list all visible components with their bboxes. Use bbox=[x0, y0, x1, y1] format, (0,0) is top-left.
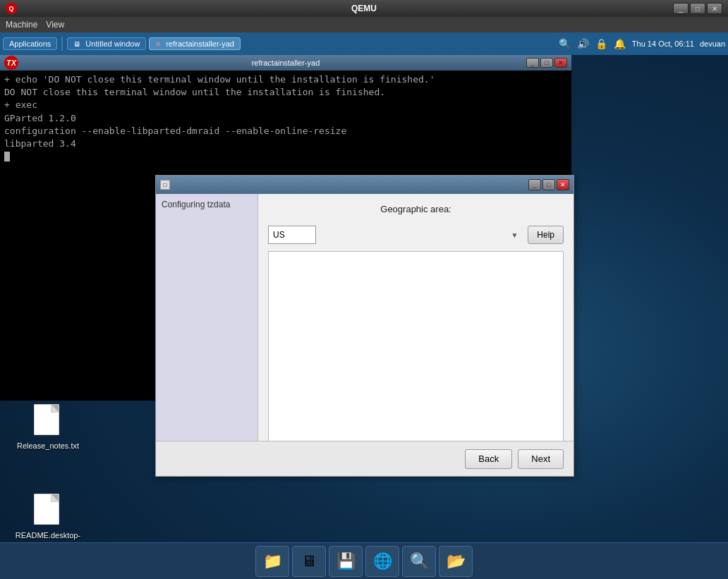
dialog-close-button[interactable]: ✕ bbox=[557, 179, 569, 190]
terminal-line-4: GParted 1.2.0 bbox=[4, 112, 567, 125]
dialog-window-controls: _ □ ✕ bbox=[528, 179, 569, 190]
terminal-window-controls: _ □ ✕ bbox=[526, 58, 567, 68]
menu-machine[interactable]: Machine bbox=[6, 20, 37, 30]
bottom-terminal-button[interactable]: 🖥 bbox=[292, 546, 326, 577]
dropdown-row: US Africa America Antarctica Arctic Asia… bbox=[268, 226, 564, 244]
taskbar-window-installer[interactable]: ✕ refractainstaller-yad bbox=[149, 37, 241, 50]
taskbar-window-label-2: refractainstaller-yad bbox=[166, 39, 234, 48]
dialog-titlebar: □ _ □ ✕ bbox=[156, 176, 574, 194]
qemu-titlebar-left: Q bbox=[6, 3, 17, 14]
next-button[interactable]: Next bbox=[518, 449, 564, 469]
terminal-close-button[interactable]: ✕ bbox=[554, 58, 567, 68]
applications-button[interactable]: Applications bbox=[3, 37, 57, 50]
menu-view[interactable]: View bbox=[46, 20, 64, 30]
qemu-titlebar: Q QEMU _ □ ✕ bbox=[0, 0, 728, 17]
search-app-icon: 🔍 bbox=[410, 552, 429, 571]
terminal-minimize-button[interactable]: _ bbox=[526, 58, 539, 68]
taskbar-separator bbox=[61, 37, 63, 51]
storage-icon: 💾 bbox=[336, 552, 356, 571]
bottom-storage-button[interactable]: 💾 bbox=[329, 546, 363, 577]
terminal-title: refractainstaller-yad bbox=[252, 59, 320, 67]
terminal-line-7 bbox=[4, 150, 567, 163]
dialog-content-area bbox=[268, 251, 564, 466]
geographic-area-select[interactable]: US Africa America Antarctica Arctic Asia… bbox=[268, 226, 316, 244]
terminal-app-icon: TX bbox=[4, 56, 18, 70]
notification-icon[interactable]: 🔔 bbox=[614, 37, 626, 50]
search-icon[interactable]: 🔍 bbox=[559, 37, 571, 50]
dialog-body: Configuring tzdata Geographic area: US A… bbox=[156, 194, 574, 476]
bottom-taskbar: 📁 🖥 💾 🌐 🔍 📂 bbox=[0, 542, 728, 579]
file-manager-icon: 📁 bbox=[263, 552, 282, 571]
close-button[interactable]: ✕ bbox=[707, 3, 722, 14]
folder-icon: 📂 bbox=[447, 552, 466, 571]
clock: Thu 14 Oct, 06:11 bbox=[632, 39, 694, 48]
applications-label: Applications bbox=[9, 39, 51, 48]
terminal-line-3: + exec bbox=[4, 99, 567, 111]
taskbar-right: 🔍 🔊 🔒 🔔 Thu 14 Oct, 06:11 devuan bbox=[559, 37, 725, 50]
bottom-file-manager-button[interactable]: 📁 bbox=[255, 546, 289, 577]
release-notes-icon bbox=[34, 404, 62, 438]
taskbar-window-label-1: Untitled window bbox=[85, 39, 140, 48]
bottom-search-button[interactable]: 🔍 bbox=[402, 546, 436, 577]
terminal-line-2: DO NOT close this terminal window until … bbox=[4, 86, 567, 99]
dialog-sidebar-label: Configuring tzdata bbox=[162, 200, 230, 209]
dialog-maximize-button[interactable]: □ bbox=[542, 179, 555, 190]
back-button[interactable]: Back bbox=[465, 449, 512, 469]
dropdown-arrow-icon: ▼ bbox=[511, 231, 518, 239]
username: devuan bbox=[700, 39, 725, 48]
dialog-main: Geographic area: US Africa America Antar… bbox=[258, 194, 574, 476]
volume-icon[interactable]: 🔊 bbox=[577, 37, 590, 50]
terminal-line-1: + echo 'DO NOT close this terminal windo… bbox=[4, 73, 567, 86]
taskbar: Applications 🖥 Untitled window ✕ refract… bbox=[0, 32, 728, 55]
qemu-window-controls: _ □ ✕ bbox=[673, 3, 722, 14]
dialog-window: □ _ □ ✕ Configuring tzdata Geographic ar… bbox=[155, 175, 574, 477]
geographic-area-title: Geographic area: bbox=[268, 204, 564, 214]
terminal-icon: 🖥 bbox=[301, 552, 317, 571]
maximize-button[interactable]: □ bbox=[690, 3, 705, 14]
release-notes-label: Release_notes.txt bbox=[17, 441, 79, 451]
file-icon-txt bbox=[34, 404, 59, 435]
bottom-folder-button[interactable]: 📂 bbox=[439, 546, 473, 577]
select-wrapper: US Africa America Antarctica Arctic Asia… bbox=[268, 226, 522, 244]
terminal-titlebar: TX refractainstaller-yad _ □ ✕ bbox=[0, 55, 571, 71]
minimize-button[interactable]: _ bbox=[673, 3, 688, 14]
terminal-maximize-button[interactable]: □ bbox=[540, 58, 553, 68]
network-icon[interactable]: 🔒 bbox=[595, 37, 608, 50]
file-icon-desktop bbox=[34, 494, 59, 525]
desktop-icon-release-notes[interactable]: Release_notes.txt bbox=[20, 404, 76, 451]
desktop: Q QEMU _ □ ✕ Machine View Applications 🖥… bbox=[0, 0, 728, 579]
terminal-line-5: configuration --enable-libparted-dmraid … bbox=[4, 125, 567, 138]
menu-bar: Machine View bbox=[0, 17, 728, 32]
bottom-browser-button[interactable]: 🌐 bbox=[365, 546, 399, 577]
browser-icon: 🌐 bbox=[373, 552, 392, 571]
dialog-sidebar: Configuring tzdata bbox=[156, 194, 258, 476]
dialog-titlebar-icon: □ bbox=[160, 180, 170, 190]
qemu-title: QEMU bbox=[351, 4, 377, 13]
help-button[interactable]: Help bbox=[528, 226, 564, 244]
dialog-footer: Back Next bbox=[156, 441, 574, 476]
taskbar-window-untitled[interactable]: 🖥 Untitled window bbox=[67, 37, 146, 50]
terminal-line-6: libparted 3.4 bbox=[4, 138, 567, 150]
dialog-minimize-button[interactable]: _ bbox=[528, 179, 541, 190]
qemu-logo-icon: Q bbox=[6, 3, 17, 14]
readme-icon bbox=[34, 494, 62, 528]
